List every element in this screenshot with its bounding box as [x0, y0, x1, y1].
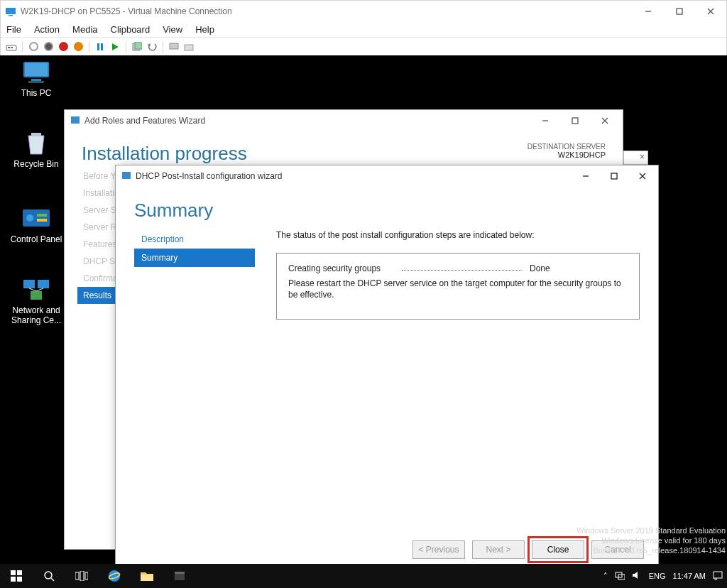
svg-rect-47 — [75, 572, 79, 579]
menu-view[interactable]: View — [163, 24, 182, 35]
dhcp-postinstall-wizard-window: DHCP Post-Install configuration wizard S… — [115, 165, 659, 571]
revert-icon[interactable] — [146, 40, 158, 53]
svg-rect-15 — [170, 43, 178, 49]
server-manager-icon — [70, 115, 80, 127]
svg-rect-24 — [37, 214, 47, 217]
server-manager-icon — [121, 170, 131, 183]
svg-line-29 — [29, 288, 36, 291]
enhanced-session-icon[interactable] — [168, 40, 180, 53]
tray-chevron-up-icon[interactable]: ˄ — [603, 572, 608, 581]
previous-button[interactable]: < Previous — [412, 540, 465, 559]
dhcp-wizard-title: DHCP Post-Install configuration wizard — [136, 171, 567, 181]
ctrl-alt-del-icon[interactable] — [5, 40, 18, 53]
svg-rect-52 — [141, 575, 153, 581]
start-icon[interactable] — [27, 40, 40, 53]
network-icon — [21, 277, 52, 303]
vmconnect-title: W2K19-DHCP on PC5525 - Virtual Machine C… — [21, 6, 633, 16]
taskbar-explorer-icon[interactable] — [131, 564, 163, 588]
svg-rect-31 — [71, 116, 80, 124]
summary-intro: The status of the post install configura… — [276, 230, 640, 240]
tray-volume-icon[interactable] — [632, 570, 642, 582]
desktop-icon-recycle-bin[interactable]: Recycle Bin — [10, 131, 62, 169]
svg-marker-57 — [633, 572, 638, 579]
tray-language[interactable]: ENG — [649, 572, 666, 580]
svg-rect-9 — [97, 43, 99, 50]
menu-help[interactable]: Help — [195, 24, 214, 35]
search-icon[interactable] — [33, 564, 65, 588]
reset-icon[interactable] — [109, 40, 121, 53]
desktop-icon-label: Control Panel — [10, 234, 62, 244]
task-view-icon[interactable] — [65, 564, 98, 588]
svg-rect-48 — [80, 571, 84, 581]
svg-point-45 — [45, 572, 52, 579]
dhcp-wizard-titlebar[interactable]: DHCP Post-Install configuration wizard — [116, 165, 658, 187]
maximize-button[interactable] — [600, 166, 628, 186]
menu-clipboard[interactable]: Clipboard — [111, 24, 151, 35]
close-button[interactable] — [590, 111, 620, 131]
taskbar-ie-icon[interactable] — [98, 564, 131, 588]
svg-point-23 — [26, 214, 33, 222]
vmconnect-window-controls — [633, 1, 726, 21]
pause-icon[interactable] — [94, 40, 106, 53]
dhcp-wizard-heading: Summary — [134, 200, 640, 222]
svg-rect-18 — [25, 63, 48, 76]
nav-summary[interactable]: Summary — [134, 249, 255, 267]
guest-desktop[interactable]: This PC Recycle Bin Control Panel Networ… — [0, 55, 727, 588]
close-button[interactable] — [628, 166, 657, 186]
start-button[interactable] — [0, 564, 33, 588]
svg-rect-21 — [31, 133, 41, 136]
svg-rect-58 — [714, 572, 722, 578]
system-tray[interactable]: ˄ ENG 11:47 AM — [603, 570, 727, 582]
checkpoint-icon[interactable] — [131, 40, 143, 53]
svg-rect-27 — [38, 280, 49, 288]
svg-rect-33 — [572, 118, 578, 124]
status-step-value: Done — [530, 263, 550, 273]
svg-rect-25 — [37, 219, 47, 222]
menu-media[interactable]: Media — [72, 24, 97, 35]
next-button[interactable]: Next > — [472, 540, 525, 559]
menu-file[interactable]: File — [6, 24, 21, 35]
minimize-button[interactable] — [633, 1, 664, 21]
add-roles-title: Add Roles and Features Wizard — [84, 116, 526, 126]
vmconnect-titlebar[interactable]: W2K19-DHCP on PC5525 - Virtual Machine C… — [1, 1, 726, 22]
server-manager-corner: × — [623, 151, 648, 165]
status-step-label: Creating security groups — [288, 263, 395, 273]
turnoff-icon[interactable] — [42, 40, 55, 53]
svg-rect-3 — [677, 9, 682, 14]
tray-notifications-icon[interactable] — [713, 570, 723, 582]
svg-rect-44 — [17, 577, 22, 582]
desktop-icon-label: This PC — [10, 88, 62, 98]
tray-clock[interactable]: 11:47 AM — [673, 572, 706, 580]
minimize-button[interactable] — [530, 111, 560, 131]
svg-line-46 — [51, 578, 54, 581]
nav-description[interactable]: Description — [134, 230, 255, 249]
shutdown-icon[interactable] — [57, 40, 70, 53]
desktop-icon-label: Network and Sharing Ce... — [10, 305, 62, 325]
svg-rect-19 — [31, 79, 41, 81]
svg-rect-13 — [135, 42, 142, 49]
minimize-button[interactable] — [572, 166, 600, 186]
maximize-button[interactable] — [560, 111, 590, 131]
share-icon[interactable] — [182, 40, 195, 53]
svg-rect-10 — [101, 43, 103, 50]
maximize-button[interactable] — [664, 1, 695, 21]
taskbar-server-manager-icon[interactable] — [163, 564, 196, 588]
taskbar: ˄ ENG 11:47 AM — [0, 564, 727, 588]
menu-action[interactable]: Action — [34, 24, 60, 35]
svg-marker-11 — [112, 43, 119, 50]
add-roles-titlebar[interactable]: Add Roles and Features Wizard — [65, 110, 623, 131]
close-button[interactable] — [695, 1, 726, 21]
desktop-icon-control-panel[interactable]: Control Panel — [10, 206, 62, 244]
desktop-icon-this-pc[interactable]: This PC — [10, 60, 62, 98]
close-icon[interactable]: × — [640, 152, 645, 162]
svg-rect-36 — [122, 172, 131, 179]
vmconnect-toolbar — [1, 38, 726, 56]
svg-rect-26 — [23, 280, 35, 288]
dots-separator — [402, 263, 523, 271]
svg-rect-38 — [611, 173, 617, 179]
tray-network-icon[interactable] — [615, 570, 625, 582]
save-icon[interactable] — [72, 40, 84, 53]
desktop-icon-network-sharing[interactable]: Network and Sharing Ce... — [10, 277, 62, 325]
svg-rect-28 — [31, 291, 42, 300]
svg-rect-42 — [17, 570, 22, 575]
